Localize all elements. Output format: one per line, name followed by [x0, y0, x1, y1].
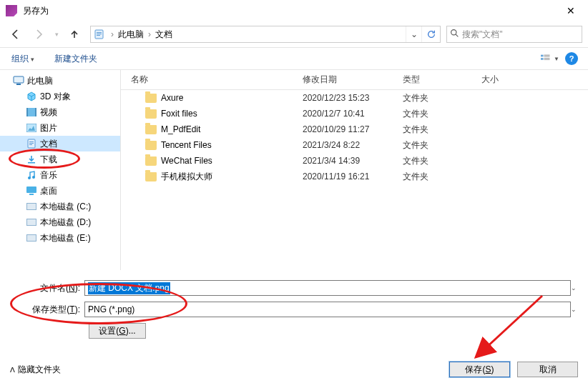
sidebar-item-videos[interactable]: 视频 [0, 104, 120, 120]
sidebar-item-3d[interactable]: 3D 对象 [0, 89, 120, 104]
body: 此电脑 3D 对象 视频 图片 文档 [0, 70, 588, 270]
svg-rect-11 [14, 76, 24, 83]
table-row[interactable]: WeChat Files2021/3/4 14:39文件夹 [121, 153, 588, 169]
svg-point-22 [28, 176, 31, 179]
svg-rect-1 [97, 32, 102, 33]
sidebar-item-music[interactable]: 音乐 [0, 167, 120, 183]
sidebar-item-disk-c[interactable]: 本地磁盘 (C:) [0, 199, 120, 214]
row-name: Tencent Files [161, 140, 212, 150]
address-dropdown[interactable]: ⌄ [406, 26, 421, 42]
svg-rect-25 [29, 194, 34, 195]
filename-value: 新建 DOCX 文档.png [88, 282, 170, 294]
row-date: 2020/10/29 11:27 [303, 124, 403, 134]
list-header: 名称 修改日期 类型 大小 [121, 70, 588, 90]
refresh-icon [426, 29, 436, 39]
picture-icon [26, 122, 37, 134]
search-icon [450, 29, 459, 40]
sidebar-item-label: 本地磁盘 (E:) [40, 232, 91, 244]
sidebar-item-downloads[interactable]: 下载 [0, 151, 120, 167]
sidebar-item-documents[interactable]: 文档 [0, 136, 120, 151]
hide-folders-label: 隐藏文件夹 [18, 364, 61, 376]
navbar: ▾ › 此电脑 › 文档 ⌄ 搜索"文档" [0, 21, 588, 47]
desktop-icon [26, 185, 37, 197]
column-size[interactable]: 大小 [481, 74, 588, 86]
filename-dropdown[interactable]: ⌄ [571, 284, 584, 292]
filename-label: 文件名(N): [4, 282, 84, 294]
svg-rect-21 [28, 162, 35, 164]
sidebar-item-label: 3D 对象 [40, 91, 71, 103]
table-row[interactable]: Axure2020/12/23 15:23文件夹 [121, 90, 588, 106]
svg-rect-13 [26, 108, 36, 116]
svg-rect-20 [29, 144, 32, 145]
svg-rect-15 [35, 108, 36, 116]
row-date: 2020/12/7 10:41 [303, 109, 403, 119]
chevron-right-icon: › [108, 29, 117, 39]
recent-button[interactable]: ▾ [52, 26, 62, 43]
sidebar-item-pc[interactable]: 此电脑 [0, 73, 120, 89]
chevron-right-icon: › [145, 29, 154, 39]
forward-button[interactable] [29, 26, 49, 43]
filetype-dropdown[interactable]: ⌄ [571, 306, 584, 313]
sidebar-item-desktop[interactable]: 桌面 [0, 183, 120, 199]
view-options-button[interactable]: ▼ [541, 51, 559, 66]
svg-rect-24 [26, 186, 36, 193]
breadcrumb-pc[interactable]: 此电脑 [117, 29, 145, 41]
location-doc-icon [94, 29, 105, 40]
address-bar[interactable]: › 此电脑 › 文档 ⌄ [90, 26, 441, 43]
row-date: 2021/3/4 14:39 [303, 156, 403, 166]
back-button[interactable] [6, 26, 26, 43]
row-name: WeChat Files [161, 156, 212, 166]
filetype-label: 保存类型(T): [4, 304, 84, 316]
settings-button[interactable]: 设置(G)... [89, 323, 146, 339]
sidebar-item-label: 图片 [40, 122, 57, 134]
hide-folders-toggle[interactable]: ᐱ 隐藏文件夹 [10, 364, 61, 376]
sidebar-item-label: 下载 [40, 154, 57, 166]
column-date[interactable]: 修改日期 [303, 74, 403, 86]
sidebar-item-label: 音乐 [40, 169, 57, 181]
row-type: 文件夹 [403, 124, 481, 136]
arrow-right-icon [33, 29, 44, 40]
column-type[interactable]: 类型 [403, 74, 481, 86]
folder-icon [145, 141, 157, 150]
sidebar-item-pictures[interactable]: 图片 [0, 120, 120, 136]
svg-rect-6 [544, 55, 549, 56]
row-date: 2021/3/24 8:22 [303, 140, 403, 150]
table-row[interactable]: Tencent Files2021/3/24 8:22文件夹 [121, 137, 588, 153]
disk-icon [26, 217, 37, 228]
row-name: 手机模拟大师 [161, 171, 212, 183]
sidebar-item-disk-e[interactable]: 本地磁盘 (E:) [0, 230, 120, 246]
row-type: 文件夹 [403, 92, 481, 104]
sidebar-item-disk-d[interactable]: 本地磁盘 (D:) [0, 214, 120, 230]
up-button[interactable] [64, 26, 84, 43]
folder-icon [145, 172, 157, 181]
sidebar: 此电脑 3D 对象 视频 图片 文档 [0, 70, 120, 270]
breadcrumb-documents[interactable]: 文档 [154, 29, 174, 41]
music-icon [26, 169, 37, 181]
svg-rect-19 [29, 143, 34, 144]
filename-input[interactable]: 新建 DOCX 文档.png [84, 280, 571, 296]
help-button[interactable]: ? [562, 51, 581, 66]
row-name: Axure [161, 93, 183, 103]
table-row[interactable]: Foxit files2020/12/7 10:41文件夹 [121, 106, 588, 121]
table-row[interactable]: 手机模拟大师2020/11/19 16:21文件夹 [121, 169, 588, 184]
svg-rect-12 [16, 84, 21, 85]
svg-rect-7 [544, 56, 549, 56]
cancel-button[interactable]: 取消 [517, 362, 578, 377]
file-list: 名称 修改日期 类型 大小 Axure2020/12/23 15:23文件夹Fo… [121, 70, 588, 270]
filetype-select[interactable]: PNG (*.png) [84, 302, 571, 317]
column-name[interactable]: 名称 [121, 74, 303, 86]
table-row[interactable]: M_PdfEdit2020/10/29 11:27文件夹 [121, 121, 588, 137]
organize-button[interactable]: 组织 [7, 51, 39, 66]
search-box[interactable]: 搜索"文档" [446, 26, 582, 43]
save-button[interactable]: 保存(S) [449, 362, 510, 377]
help-icon: ? [565, 52, 578, 65]
pc-icon [13, 75, 24, 86]
close-button[interactable]: ✕ [557, 5, 585, 16]
titlebar: 另存为 ✕ [0, 0, 588, 21]
sidebar-item-label: 此电脑 [27, 75, 53, 87]
svg-rect-8 [541, 58, 544, 60]
refresh-button[interactable] [421, 26, 440, 42]
new-folder-button[interactable]: 新建文件夹 [50, 51, 102, 66]
row-date: 2020/11/19 16:21 [303, 171, 403, 181]
document-icon [26, 138, 37, 149]
